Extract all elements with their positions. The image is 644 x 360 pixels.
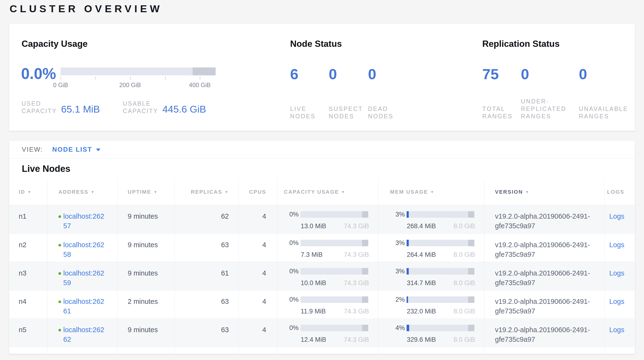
node-address-cell: localhost:26262 <box>47 319 118 347</box>
uptime-cell: 2 minutes <box>118 290 174 318</box>
mem-cell-bar <box>406 296 474 303</box>
logs-link[interactable]: Logs <box>609 326 624 334</box>
table-row: n4 localhost:26261 2 minutes 63 4 0% 11.… <box>9 290 635 318</box>
logs-cell: Logs <box>604 262 635 290</box>
node-status-title: Node Status <box>290 39 342 49</box>
table-row: n5 localhost:26262 9 minutes 63 4 0% 12.… <box>9 318 635 347</box>
mem-total-value: 8.0 GiB <box>454 279 475 287</box>
column-header-cpus: CPUS▼ <box>238 179 277 205</box>
node-id-cell: n3 <box>9 262 47 290</box>
node-id-cell: n1 <box>9 205 47 234</box>
mem-cell-bar <box>406 240 474 246</box>
logs-link[interactable]: Logs <box>609 212 624 220</box>
node-live-dot-icon <box>58 300 61 303</box>
capacity-total-value: 74.3 GiB <box>344 250 369 259</box>
sort-arrow-icon: ▼ <box>28 190 32 194</box>
capacity-used-value: 11.9 MiB <box>301 307 326 316</box>
mem-total-value: 8.0 GiB <box>454 307 475 316</box>
node-address-link[interactable]: localhost:26262 <box>63 325 108 344</box>
table-row: n1 localhost:26257 9 minutes 62 4 0% 13.… <box>9 205 635 234</box>
column-header-uptime[interactable]: UPTIME▼ <box>118 179 174 205</box>
page-title: CLUSTER OVERVIEW <box>10 3 162 15</box>
stat-value: 6 <box>290 67 324 82</box>
stat-value: 0 <box>579 67 639 82</box>
sort-arrow-icon: ▼ <box>91 190 95 194</box>
version-cell: v19.2.0-alpha.20190606-2491-gfe735c9a97 <box>484 234 604 262</box>
used-capacity-label: USED CAPACITY <box>22 100 59 115</box>
node-address-cell: localhost:26261 <box>47 290 118 318</box>
mem-used-value: 329.6 MiB <box>407 335 436 344</box>
mem-percent: 2% <box>390 295 405 304</box>
mem-used-value: 314.7 MiB <box>407 279 436 287</box>
cpus-cell: 4 <box>238 319 277 347</box>
column-header-capacity-usage[interactable]: CAPACITY USAGE▼ <box>277 179 378 205</box>
axis-tick <box>165 77 166 80</box>
column-header-id[interactable]: ID▼ <box>9 179 47 205</box>
node-address-link[interactable]: localhost:26261 <box>63 297 108 316</box>
capacity-used-value: 10.0 MiB <box>301 279 326 287</box>
capacity-stats: USED CAPACITY 65.1 MiB USABLE CAPACITY 4… <box>22 100 229 115</box>
live-nodes-card: VIEW: NODE LIST Live Nodes ID▼ ADDRESS▼ … <box>9 141 635 354</box>
mem-percent: 3% <box>390 267 405 276</box>
capacity-usage-cell: 0% 10.0 MiB 74.3 GiB <box>277 262 378 290</box>
node-id-cell: n4 <box>9 290 47 318</box>
cpus-cell: 4 <box>238 290 277 318</box>
capacity-cell-bar <box>300 211 368 218</box>
node-address-link[interactable]: localhost:26257 <box>63 212 108 231</box>
capacity-usage-cell: 0% 7.3 MiB 74.3 GiB <box>277 234 378 262</box>
table-body: n1 localhost:26257 9 minutes 62 4 0% 13.… <box>9 205 635 347</box>
stat-total-ranges: 75 TOTAL RANGES <box>482 67 521 120</box>
mem-cell-bar <box>406 211 474 218</box>
mem-used-value: 268.4 MiB <box>407 222 436 231</box>
node-live-dot-icon <box>58 244 61 247</box>
capacity-usage-cell: 0% 12.4 MiB 74.3 GiB <box>277 319 378 347</box>
stat-label: TOTAL RANGES <box>482 105 516 120</box>
axis-tick-label: 400 GiB <box>189 82 210 89</box>
node-address-link[interactable]: localhost:26259 <box>63 268 108 287</box>
column-header-mem-usage[interactable]: MEM USAGE▼ <box>378 179 484 205</box>
version-cell: v19.2.0-alpha.20190606-2491-gfe735c9a97 <box>484 205 604 234</box>
cpus-cell: 4 <box>238 262 277 290</box>
capacity-percent: 0% <box>284 210 298 219</box>
stat-under-replicated-ranges: 0 UNDER-REPLICATED RANGES <box>521 67 579 120</box>
version-cell: v19.2.0-alpha.20190606-2491-gfe735c9a97 <box>484 319 604 347</box>
cpus-cell: 4 <box>238 234 277 262</box>
column-header-logs: LOGS▼ <box>604 179 635 205</box>
cluster-summary-card: Capacity Usage Node Status Replication S… <box>9 24 635 131</box>
sort-arrow-icon: ▼ <box>430 190 434 194</box>
cpus-cell: 4 <box>238 205 277 234</box>
view-selector-dropdown[interactable]: NODE LIST <box>52 146 100 153</box>
logs-link[interactable]: Logs <box>609 241 624 249</box>
stat-label: DEAD NODES <box>368 105 404 120</box>
stat-label: UNAVAILABLE RANGES <box>579 105 639 120</box>
usable-capacity-label: USABLE CAPACITY <box>123 100 160 115</box>
stat-label: UNDER-REPLICATED RANGES <box>521 98 574 120</box>
replication-status-title: Replication Status <box>482 39 560 49</box>
axis-tick <box>130 77 130 80</box>
mem-percent: 3% <box>390 239 405 247</box>
sort-arrow-icon: ▼ <box>342 190 346 194</box>
cluster-overview-page: CLUSTER OVERVIEW Capacity Usage Node Sta… <box>0 0 644 360</box>
logs-link[interactable]: Logs <box>609 269 624 277</box>
node-live-dot-icon <box>58 215 61 218</box>
logs-link[interactable]: Logs <box>609 298 624 305</box>
capacity-usage-cell: 0% 11.9 MiB 74.3 GiB <box>277 290 378 318</box>
capacity-used-value: 12.4 MiB <box>301 335 326 344</box>
column-header-address[interactable]: ADDRESS▼ <box>47 179 118 205</box>
version-cell: v19.2.0-alpha.20190606-2491-gfe735c9a97 <box>484 262 604 290</box>
axis-tick <box>60 77 61 80</box>
capacity-usage-cell: 0% 13.0 MiB 74.3 GiB <box>277 205 378 234</box>
logs-cell: Logs <box>604 205 635 234</box>
capacity-total-value: 74.3 GiB <box>344 335 369 344</box>
node-address-cell: localhost:26259 <box>47 262 118 290</box>
node-address-link[interactable]: localhost:26258 <box>63 240 108 259</box>
mem-cell-bar <box>406 268 474 275</box>
column-header-version[interactable]: VERSION▼ <box>484 179 604 205</box>
capacity-used-value: 7.3 MiB <box>301 250 323 259</box>
capacity-percent: 0% <box>284 323 298 332</box>
uptime-cell: 9 minutes <box>118 319 174 347</box>
capacity-bar <box>60 67 216 75</box>
node-address-cell: localhost:26257 <box>47 205 118 234</box>
column-header-replicas[interactable]: REPLICAS▼ <box>174 179 238 205</box>
replicas-cell: 62 <box>174 205 238 234</box>
